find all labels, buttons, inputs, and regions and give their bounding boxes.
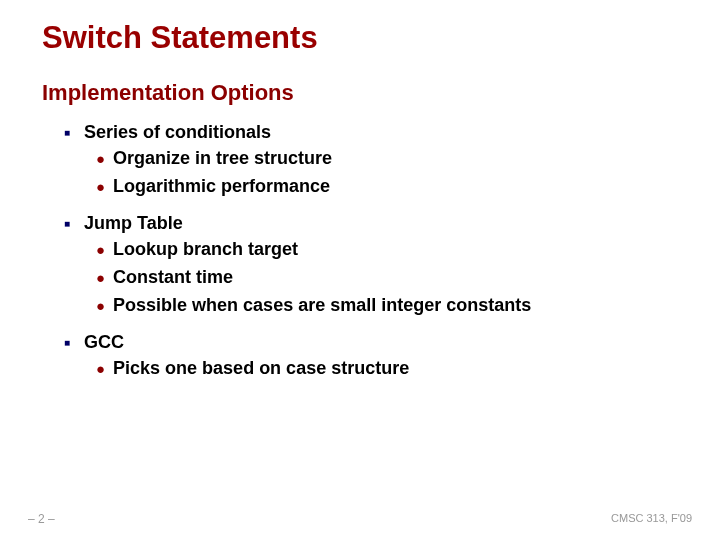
sub-item: ● Possible when cases are small integer …	[96, 292, 678, 320]
square-bullet-icon: ■	[64, 217, 70, 231]
square-bullet-icon: ■	[64, 336, 70, 350]
sub-item: ● Organize in tree structure	[96, 145, 678, 173]
list-item: ■ GCC ● Picks one based on case structur…	[64, 330, 678, 383]
dot-bullet-icon: ●	[96, 147, 105, 170]
sub-text: Organize in tree structure	[113, 145, 332, 173]
bullet-list: ■ Series of conditionals ● Organize in t…	[64, 120, 678, 383]
dot-bullet-icon: ●	[96, 266, 105, 289]
dot-bullet-icon: ●	[96, 238, 105, 261]
course-label: CMSC 313, F'09	[611, 512, 692, 526]
list-item: ■ Series of conditionals ● Organize in t…	[64, 120, 678, 201]
footer: – 2 – CMSC 313, F'09	[0, 512, 720, 526]
item-head: ■ Series of conditionals	[64, 120, 678, 145]
sub-text: Lookup branch target	[113, 236, 298, 264]
dot-bullet-icon: ●	[96, 294, 105, 317]
section-heading: Implementation Options	[42, 80, 678, 106]
sub-item: ● Constant time	[96, 264, 678, 292]
item-text: Jump Table	[84, 211, 183, 236]
sub-text: Logarithmic performance	[113, 173, 330, 201]
item-head: ■ GCC	[64, 330, 678, 355]
page-number: – 2 –	[28, 512, 55, 526]
sub-text: Constant time	[113, 264, 233, 292]
slide-title: Switch Statements	[42, 20, 678, 56]
item-text: GCC	[84, 330, 124, 355]
dot-bullet-icon: ●	[96, 357, 105, 380]
item-head: ■ Jump Table	[64, 211, 678, 236]
item-text: Series of conditionals	[84, 120, 271, 145]
sub-text: Picks one based on case structure	[113, 355, 409, 383]
sub-item: ● Lookup branch target	[96, 236, 678, 264]
dot-bullet-icon: ●	[96, 175, 105, 198]
list-item: ■ Jump Table ● Lookup branch target ● Co…	[64, 211, 678, 320]
slide: Switch Statements Implementation Options…	[0, 0, 720, 540]
sub-item: ● Picks one based on case structure	[96, 355, 678, 383]
sub-item: ● Logarithmic performance	[96, 173, 678, 201]
sub-text: Possible when cases are small integer co…	[113, 292, 531, 320]
square-bullet-icon: ■	[64, 126, 70, 140]
